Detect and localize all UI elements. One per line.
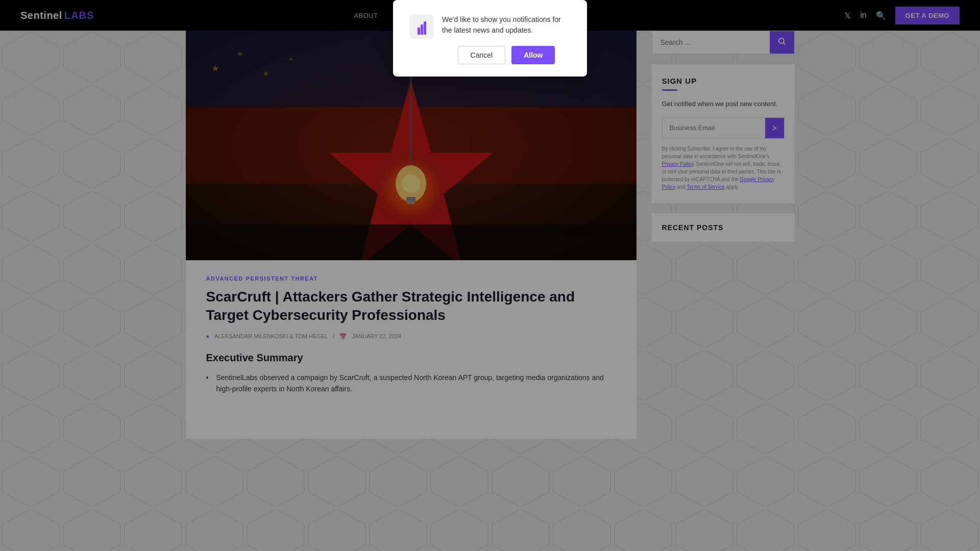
notification-modal: We'd like to show you notifications for … [393, 0, 587, 77]
svg-rect-21 [421, 24, 423, 35]
allow-button[interactable]: Allow [511, 46, 555, 64]
modal-content: We'd like to show you notifications for … [442, 14, 571, 64]
cancel-button[interactable]: Cancel [458, 46, 506, 64]
notification-modal-icon [409, 14, 434, 39]
modal-actions: Cancel Allow [442, 46, 571, 64]
svg-rect-20 [418, 28, 420, 35]
modal-text: We'd like to show you notifications for … [442, 14, 571, 36]
modal-overlay: We'd like to show you notifications for … [0, 0, 980, 551]
svg-rect-22 [424, 21, 426, 35]
